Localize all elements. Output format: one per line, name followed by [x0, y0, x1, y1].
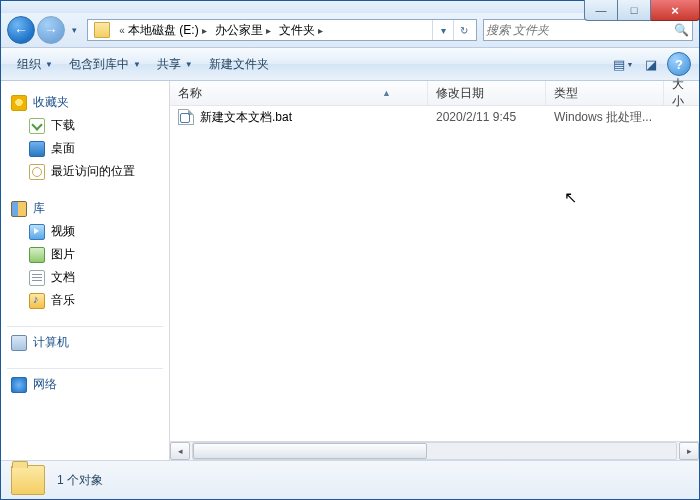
file-date: 2020/2/11 9:45 [428, 110, 546, 124]
sidebar-item-pictures[interactable]: 图片 [11, 243, 169, 266]
status-bar: 1 个对象 [1, 460, 699, 499]
video-icon [29, 224, 45, 240]
scroll-thumb[interactable] [193, 443, 427, 459]
desktop-icon [29, 141, 45, 157]
address-bar[interactable]: «本地磁盘 (E:)▸ 办公家里▸ 文件夹▸ ▾ ↻ [87, 19, 477, 41]
crumb-label[interactable]: 文件夹 [279, 22, 315, 39]
column-headers: 名称▲ 修改日期 类型 大小 [170, 81, 699, 106]
organize-menu[interactable]: 组织▼ [9, 52, 61, 77]
sort-indicator-icon: ▲ [382, 88, 391, 98]
breadcrumb[interactable]: 办公家里▸ [213, 20, 277, 40]
sidebar-group-favorites[interactable]: 收藏夹 [11, 91, 169, 114]
include-in-library-menu[interactable]: 包含到库中▼ [61, 52, 149, 77]
file-name[interactable]: 新建文本文档.bat [200, 109, 292, 126]
scroll-track[interactable] [192, 442, 677, 460]
navigation-pane[interactable]: 收藏夹 下载 桌面 最近访问的位置 库 视频 图片 文档 音乐 计算机 网络 [1, 81, 170, 460]
sidebar-item-music[interactable]: 音乐 [11, 289, 169, 312]
help-button[interactable]: ? [667, 52, 691, 76]
sidebar-group-network[interactable]: 网络 [11, 373, 169, 396]
download-icon [29, 118, 45, 134]
crumb-label[interactable]: 办公家里 [215, 22, 263, 39]
history-dropdown[interactable]: ▾ [67, 17, 81, 43]
status-text: 1 个对象 [57, 472, 103, 489]
file-row[interactable]: 新建文本文档.bat 2020/2/11 9:45 Windows 批处理... [170, 106, 699, 128]
separator [7, 326, 163, 327]
search-input[interactable] [484, 22, 670, 38]
view-options-button[interactable]: ▤▼ [611, 53, 635, 75]
file-list-pane: 名称▲ 修改日期 类型 大小 新建文本文档.bat 2020/2/11 9:45… [170, 81, 699, 460]
crumb-label[interactable]: 本地磁盘 (E:) [128, 22, 199, 39]
column-date[interactable]: 修改日期 [428, 81, 546, 105]
search-box[interactable]: 🔍 [483, 19, 693, 41]
picture-icon [29, 247, 45, 263]
scroll-right-button[interactable]: ▸ [679, 442, 699, 460]
column-size[interactable]: 大小 [664, 81, 699, 105]
search-icon[interactable]: 🔍 [670, 23, 692, 37]
close-button[interactable]: × [651, 0, 700, 21]
sidebar-item-videos[interactable]: 视频 [11, 220, 169, 243]
network-icon [11, 377, 27, 393]
explorer-window: — □ × ← → ▾ «本地磁盘 (E:)▸ 办公家里▸ 文件夹▸ ▾ ↻ 🔍… [0, 0, 700, 500]
title-bar[interactable]: — □ × [1, 1, 699, 13]
forward-button[interactable]: → [37, 16, 65, 44]
sidebar-item-documents[interactable]: 文档 [11, 266, 169, 289]
star-icon [11, 95, 27, 111]
column-type[interactable]: 类型 [546, 81, 664, 105]
batch-file-icon [178, 109, 194, 125]
library-icon [11, 201, 27, 217]
address-dropdown[interactable]: ▾ [432, 20, 453, 40]
breadcrumb[interactable]: 文件夹▸ [277, 20, 329, 40]
back-button[interactable]: ← [7, 16, 35, 44]
share-menu[interactable]: 共享▼ [149, 52, 201, 77]
scroll-left-button[interactable]: ◂ [170, 442, 190, 460]
command-bar: 组织▼ 包含到库中▼ 共享▼ 新建文件夹 ▤▼ ◪ ? [1, 48, 699, 81]
refresh-button[interactable]: ↻ [453, 20, 474, 40]
file-list[interactable]: 新建文本文档.bat 2020/2/11 9:45 Windows 批处理...… [170, 106, 699, 441]
folder-icon [94, 22, 110, 38]
horizontal-scrollbar[interactable]: ◂ ▸ [170, 441, 699, 460]
column-name[interactable]: 名称▲ [170, 81, 428, 105]
sidebar-group-computer[interactable]: 计算机 [11, 331, 169, 354]
recent-icon [29, 164, 45, 180]
new-folder-button[interactable]: 新建文件夹 [201, 52, 277, 77]
minimize-button[interactable]: — [584, 0, 618, 21]
folder-icon [11, 465, 45, 495]
file-type: Windows 批处理... [546, 109, 664, 126]
sidebar-group-libraries[interactable]: 库 [11, 197, 169, 220]
sidebar-item-desktop[interactable]: 桌面 [11, 137, 169, 160]
separator [7, 368, 163, 369]
document-icon [29, 270, 45, 286]
maximize-button[interactable]: □ [618, 0, 651, 21]
sidebar-item-downloads[interactable]: 下载 [11, 114, 169, 137]
sidebar-item-recent[interactable]: 最近访问的位置 [11, 160, 169, 183]
preview-pane-button[interactable]: ◪ [639, 53, 663, 75]
cursor-icon: ↖ [564, 188, 577, 207]
music-icon [29, 293, 45, 309]
computer-icon [11, 335, 27, 351]
breadcrumb[interactable]: «本地磁盘 (E:)▸ [114, 20, 213, 40]
